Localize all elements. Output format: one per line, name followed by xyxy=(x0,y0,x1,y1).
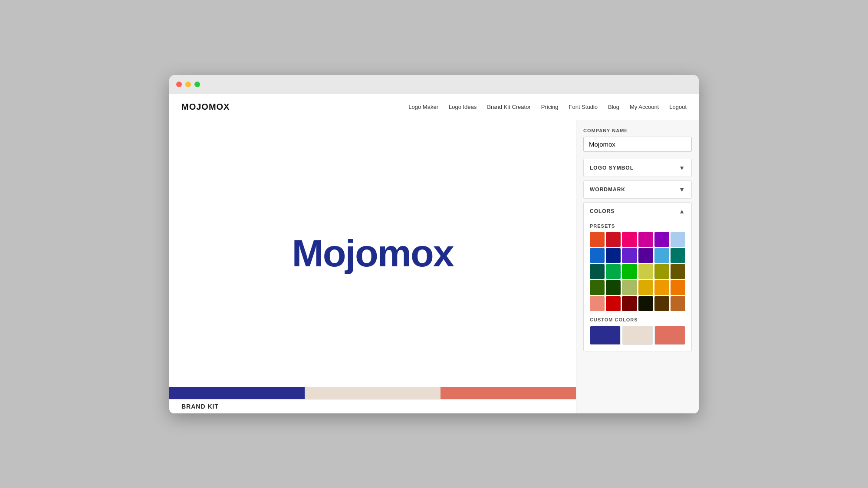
custom-color-swatch[interactable] xyxy=(590,326,621,345)
logo-symbol-label: LOGO SYMBOL xyxy=(590,165,634,171)
nav-link-logout[interactable]: Logout xyxy=(669,104,687,110)
nav-link-logo-ideas[interactable]: Logo Ideas xyxy=(449,104,477,110)
nav-link-font-studio[interactable]: Font Studio xyxy=(569,104,598,110)
color-bar-primary xyxy=(169,387,305,399)
company-name-label: COMPANY NAME xyxy=(583,128,692,133)
color-preset-swatch[interactable] xyxy=(622,296,637,311)
color-preset-swatch[interactable] xyxy=(590,264,605,279)
color-preset-swatch[interactable] xyxy=(606,232,621,247)
color-preset-swatch[interactable] xyxy=(671,296,685,311)
fullscreen-dot[interactable] xyxy=(194,82,200,87)
color-preset-swatch[interactable] xyxy=(606,296,621,311)
custom-color-swatch[interactable] xyxy=(622,326,653,345)
colors-label: COLORS xyxy=(590,208,615,214)
color-preset-swatch[interactable] xyxy=(606,264,621,279)
canvas-area: Mojomox BRAND KIT xyxy=(169,120,576,413)
color-preset-swatch[interactable] xyxy=(590,248,605,263)
canvas-preview: Mojomox xyxy=(169,120,576,387)
color-preset-swatch[interactable] xyxy=(654,248,669,263)
wordmark-label: WORDMARK xyxy=(590,187,625,193)
colors-accordion-header[interactable]: COLORS ▲ xyxy=(584,203,691,220)
color-preset-swatch[interactable] xyxy=(638,280,653,295)
color-preset-swatch[interactable] xyxy=(638,232,653,247)
logo-symbol-chevron-down-icon: ▼ xyxy=(679,164,685,171)
logo-symbol-accordion-header[interactable]: LOGO SYMBOL ▼ xyxy=(584,159,691,177)
color-preset-swatch[interactable] xyxy=(590,296,605,311)
main-area: Mojomox BRAND KIT COMPANY NAME xyxy=(169,120,699,413)
color-preset-swatch[interactable] xyxy=(606,248,621,263)
brand-kit-bar: BRAND KIT xyxy=(169,399,576,413)
colors-accordion-body: PRESETS CUSTOM COLORS xyxy=(584,220,691,351)
color-preset-swatch[interactable] xyxy=(638,264,653,279)
minimize-dot[interactable] xyxy=(185,82,191,87)
color-preset-swatch[interactable] xyxy=(590,280,605,295)
color-preset-swatch[interactable] xyxy=(654,264,669,279)
color-preset-swatch[interactable] xyxy=(622,264,637,279)
logo-preview-text: Mojomox xyxy=(292,231,453,275)
desktop: MOJOMOX Logo Maker Logo Ideas Brand Kit … xyxy=(0,0,868,488)
browser-content: MOJOMOX Logo Maker Logo Ideas Brand Kit … xyxy=(169,94,699,413)
color-preset-swatch[interactable] xyxy=(590,232,605,247)
nav: MOJOMOX Logo Maker Logo Ideas Brand Kit … xyxy=(169,94,699,120)
color-preset-swatch[interactable] xyxy=(654,232,669,247)
color-preset-swatch[interactable] xyxy=(671,248,685,263)
color-preset-swatch[interactable] xyxy=(671,280,685,295)
colors-accordion: COLORS ▲ PRESETS CUSTOM COLORS xyxy=(583,202,692,352)
colors-chevron-up-icon: ▲ xyxy=(679,208,685,215)
custom-colors-label: CUSTOM COLORS xyxy=(590,317,685,322)
custom-colors-grid xyxy=(590,326,685,345)
color-preset-swatch[interactable] xyxy=(622,232,637,247)
canvas-color-bar xyxy=(169,387,576,399)
close-dot[interactable] xyxy=(176,82,182,87)
nav-link-brand-kit-creator[interactable]: Brand Kit Creator xyxy=(487,104,530,110)
color-bar-tertiary xyxy=(441,387,576,399)
browser-chrome xyxy=(169,75,699,94)
nav-link-pricing[interactable]: Pricing xyxy=(541,104,559,110)
color-presets-grid xyxy=(590,232,685,311)
site-logo[interactable]: MOJOMOX xyxy=(181,102,230,112)
color-preset-swatch[interactable] xyxy=(638,296,653,311)
color-bar-secondary xyxy=(305,387,440,399)
wordmark-accordion-header[interactable]: WORDMARK ▼ xyxy=(584,181,691,198)
company-name-input[interactable] xyxy=(583,137,692,152)
presets-label: PRESETS xyxy=(590,223,685,229)
color-preset-swatch[interactable] xyxy=(606,280,621,295)
color-preset-swatch[interactable] xyxy=(671,232,685,247)
nav-link-logo-maker[interactable]: Logo Maker xyxy=(408,104,438,110)
color-preset-swatch[interactable] xyxy=(638,248,653,263)
custom-color-swatch[interactable] xyxy=(654,326,685,345)
color-preset-swatch[interactable] xyxy=(671,264,685,279)
sidebar: COMPANY NAME LOGO SYMBOL ▼ xyxy=(576,120,699,413)
wordmark-accordion: WORDMARK ▼ xyxy=(583,180,692,199)
nav-links: Logo Maker Logo Ideas Brand Kit Creator … xyxy=(408,104,687,110)
logo-symbol-accordion: LOGO SYMBOL ▼ xyxy=(583,159,692,177)
color-preset-swatch[interactable] xyxy=(654,280,669,295)
browser-window: MOJOMOX Logo Maker Logo Ideas Brand Kit … xyxy=(169,75,699,413)
wordmark-chevron-down-icon: ▼ xyxy=(679,186,685,193)
color-preset-swatch[interactable] xyxy=(622,280,637,295)
brand-kit-label: BRAND KIT xyxy=(181,403,219,410)
nav-link-blog[interactable]: Blog xyxy=(608,104,619,110)
color-preset-swatch[interactable] xyxy=(654,296,669,311)
nav-link-my-account[interactable]: My Account xyxy=(630,104,659,110)
color-preset-swatch[interactable] xyxy=(622,248,637,263)
